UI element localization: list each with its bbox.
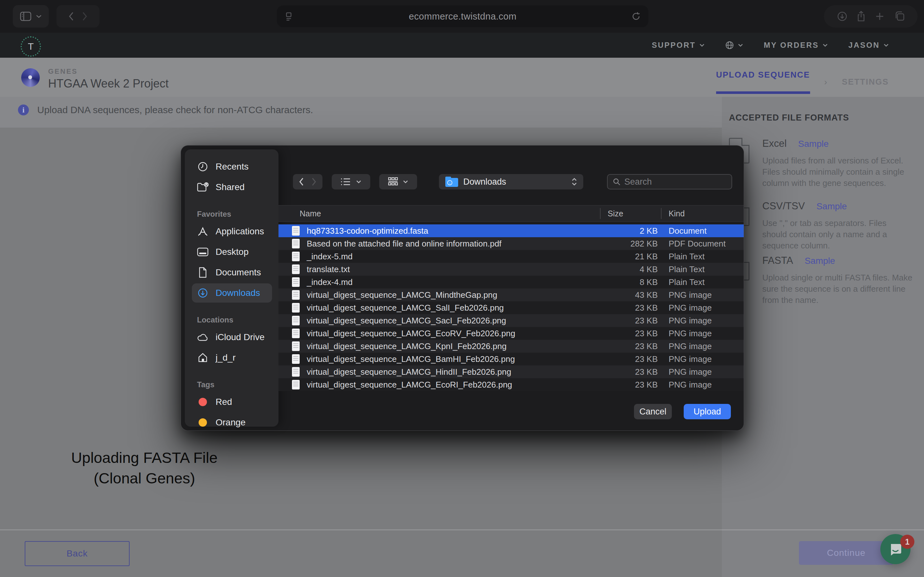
group-view-dropdown[interactable] xyxy=(379,174,417,189)
group-view-icon xyxy=(388,177,398,186)
file-row[interactable]: virtual_digest_sequence_LAMCG_HindII_Feb… xyxy=(278,366,744,378)
file-name: virtual_digest_sequence_LAMCG_BamHI_Feb2… xyxy=(307,354,515,364)
forward-icon[interactable] xyxy=(312,177,317,186)
file-row[interactable]: virtual_digest_sequence_LAMCG_EcoRI_Feb2… xyxy=(278,378,744,391)
tag-dot-icon xyxy=(197,418,208,427)
column-kind[interactable]: Kind xyxy=(669,209,685,218)
sidebar-item-documents[interactable]: Documents xyxy=(192,263,272,282)
sidebar-item-desktop[interactable]: Desktop xyxy=(192,242,272,261)
format-name: Excel xyxy=(762,138,787,149)
file-kind: PNG image xyxy=(669,316,712,326)
chevron-down-icon xyxy=(822,44,828,47)
tab-settings[interactable]: SETTINGS xyxy=(842,77,889,87)
file-row[interactable]: translate.txt4 KBPlain Text xyxy=(278,263,744,276)
file-row[interactable]: _index-5.md21 KBPlain Text xyxy=(278,250,744,263)
file-row[interactable]: virtual_digest_sequence_LAMCG_SalI_Feb20… xyxy=(278,301,744,314)
chat-unread-badge: 1 xyxy=(900,535,914,549)
file-name: _index-5.md xyxy=(307,251,352,261)
format-card-fasta: FASTASampleUpload single or multi FASTA … xyxy=(729,255,909,306)
sidebar-item-icloud-drive[interactable]: iCloud Drive xyxy=(192,327,272,347)
sidebar-item-applications[interactable]: Applications xyxy=(192,222,272,241)
share-icon[interactable] xyxy=(857,11,866,22)
file-row[interactable]: virtual_digest_sequence_LAMCG_EcoRV_Feb2… xyxy=(278,327,744,340)
cancel-button[interactable]: Cancel xyxy=(634,404,672,419)
column-size[interactable]: Size xyxy=(607,209,624,218)
user-label: JASON xyxy=(848,41,880,50)
sample-link[interactable]: Sample xyxy=(798,139,829,149)
sidebar-item-j-d-r[interactable]: j_d_r xyxy=(192,348,272,367)
file-kind: Plain Text xyxy=(669,277,704,287)
search-field[interactable]: Search xyxy=(607,174,732,189)
format-name: CSV/TSV xyxy=(762,200,805,212)
sidebar-section-label: Locations xyxy=(197,316,233,324)
sidebar-item-label: iCloud Drive xyxy=(216,332,265,342)
page-settings-icon[interactable] xyxy=(285,11,294,21)
file-row[interactable]: virtual_digest_sequence_LAMCG_KpnI_Feb20… xyxy=(278,340,744,353)
file-size: 23 KB xyxy=(635,367,658,377)
file-name: translate.txt xyxy=(307,264,350,274)
downloads-folder-icon: ↓ xyxy=(445,177,458,187)
sidebar-item-label: Desktop xyxy=(216,247,249,257)
wizard-tabs: UPLOAD SEQUENCE › SETTINGS xyxy=(716,70,889,94)
file-row[interactable]: Based on the attached file and online in… xyxy=(278,237,744,250)
forward-icon[interactable] xyxy=(82,12,87,21)
file-row[interactable]: hq873313-codon-optimized.fasta2 KBDocume… xyxy=(278,224,744,237)
back-icon[interactable] xyxy=(299,177,304,186)
sidebar-item-orange[interactable]: Orange xyxy=(192,413,272,432)
sidebar-item-shared[interactable]: Shared xyxy=(192,177,272,197)
file-row[interactable]: virtual_digest_sequence_LAMCG_SacI_Feb20… xyxy=(278,314,744,327)
reload-icon[interactable] xyxy=(632,11,641,21)
file-icon xyxy=(292,342,300,351)
current-folder-select[interactable]: ↓ Downloads xyxy=(439,174,583,189)
back-button[interactable]: Back xyxy=(25,541,129,566)
file-kind: Plain Text xyxy=(669,251,704,261)
dialog-sidebar: RecentsSharedFavoritesApplicationsDeskto… xyxy=(185,149,278,427)
sidebar-item-label: Downloads xyxy=(216,288,260,298)
my-orders-label: MY ORDERS xyxy=(764,41,819,50)
sidebar-item-label: Red xyxy=(216,397,232,407)
current-folder-label: Downloads xyxy=(463,177,506,187)
sample-link[interactable]: Sample xyxy=(817,201,847,211)
back-icon[interactable] xyxy=(69,12,74,21)
file-icon xyxy=(292,354,300,364)
user-menu[interactable]: JASON xyxy=(848,41,889,50)
downloads-icon[interactable] xyxy=(837,11,847,21)
view-list-dropdown[interactable] xyxy=(332,174,370,189)
chevron-down-icon xyxy=(36,15,42,18)
file-kind: Document xyxy=(669,226,707,236)
file-kind: PNG image xyxy=(669,342,712,351)
file-list-header: Name Size Kind xyxy=(278,205,744,222)
format-description: Upload files from all versions of Excel.… xyxy=(762,155,913,189)
tabs-overview-icon[interactable] xyxy=(894,11,905,21)
sidebar-item-red[interactable]: Red xyxy=(192,392,272,412)
sidebar-item-recents[interactable]: Recents xyxy=(192,157,272,176)
list-view-icon xyxy=(341,178,351,185)
sample-link[interactable]: Sample xyxy=(804,256,835,266)
sidebar-item-downloads[interactable]: Downloads xyxy=(192,284,272,303)
browser-chrome: ecommerce.twistdna.com xyxy=(0,0,924,33)
home-icon xyxy=(197,353,208,363)
sidebar-toggle-button[interactable] xyxy=(13,5,49,27)
desktop-icon xyxy=(197,247,208,256)
url-bar[interactable]: ecommerce.twistdna.com xyxy=(277,5,648,27)
browser-nav-buttons xyxy=(57,5,99,27)
file-name: virtual_digest_sequence_LAMCG_EcoRV_Feb2… xyxy=(307,329,515,338)
language-menu[interactable] xyxy=(725,41,743,50)
file-row[interactable]: _index-4.md8 KBPlain Text xyxy=(278,276,744,288)
file-name: virtual_digest_sequence_LAMCG_KpnI_Feb20… xyxy=(307,342,507,351)
continue-button[interactable]: Continue xyxy=(799,541,893,565)
twist-logo[interactable]: T xyxy=(21,36,41,57)
my-orders-menu[interactable]: MY ORDERS xyxy=(764,41,828,50)
tab-upload-sequence[interactable]: UPLOAD SEQUENCE xyxy=(716,70,810,94)
globe-icon xyxy=(725,41,734,50)
new-tab-icon[interactable] xyxy=(875,11,885,21)
column-name[interactable]: Name xyxy=(300,209,321,218)
dialog-nav-buttons xyxy=(293,174,322,189)
upload-button[interactable]: Upload xyxy=(684,404,731,419)
support-menu[interactable]: SUPPORT xyxy=(652,41,704,50)
url-text[interactable]: ecommerce.twistdna.com xyxy=(294,11,632,22)
file-row[interactable]: virtual_digest_sequence_LAMCG_MindtheGap… xyxy=(278,288,744,301)
file-row[interactable]: virtual_digest_sequence_LAMCG_BamHI_Feb2… xyxy=(278,353,744,366)
sidebar-item-label: Applications xyxy=(216,226,264,237)
download-circle-icon xyxy=(197,288,208,298)
